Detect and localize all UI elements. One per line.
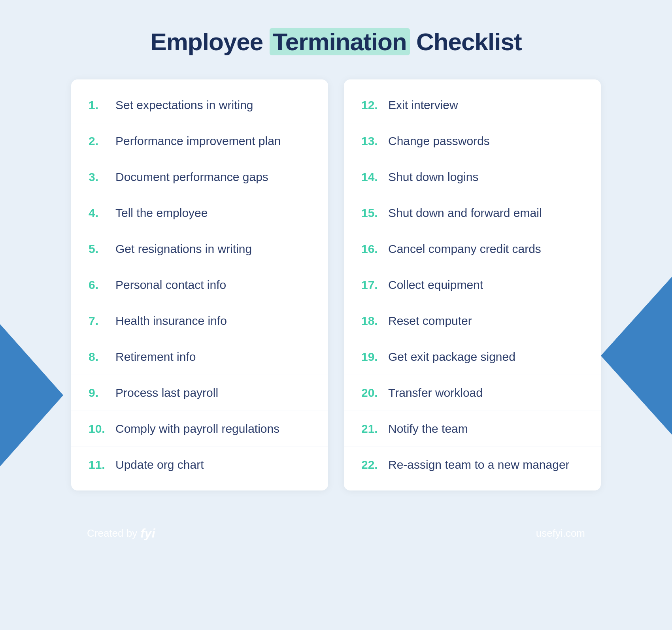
- footer-website: usefyi.com: [536, 527, 585, 539]
- item-number: 18.: [361, 314, 385, 328]
- list-item: 2. Performance improvement plan: [71, 123, 328, 159]
- item-text: Performance improvement plan: [115, 134, 281, 148]
- item-text: Notify the team: [388, 422, 468, 436]
- item-number: 13.: [361, 134, 385, 148]
- item-text: Re-assign team to a new manager: [388, 458, 570, 472]
- item-number: 20.: [361, 386, 385, 400]
- item-number: 21.: [361, 422, 385, 436]
- item-text: Health insurance info: [115, 314, 227, 328]
- item-number: 9.: [89, 386, 112, 400]
- item-text: Cancel company credit cards: [388, 242, 541, 256]
- title-highlight: Termination: [270, 28, 410, 55]
- footer: Created by fyi usefyi.com: [40, 506, 632, 560]
- list-item: 16. Cancel company credit cards: [344, 231, 601, 267]
- footer-created-label: Created by: [87, 527, 137, 539]
- left-column: 1. Set expectations in writing 2. Perfor…: [71, 79, 328, 490]
- item-number: 1.: [89, 98, 112, 112]
- list-item: 14. Shut down logins: [344, 159, 601, 195]
- item-number: 6.: [89, 278, 112, 292]
- page-content: Employee Termination Checklist 1. Set ex…: [40, 0, 632, 560]
- item-text: Change passwords: [388, 134, 490, 148]
- list-item: 21. Notify the team: [344, 411, 601, 447]
- item-text: Transfer workload: [388, 386, 483, 400]
- item-text: Get resignations in writing: [115, 242, 252, 256]
- list-item: 3. Document performance gaps: [71, 159, 328, 195]
- item-number: 10.: [89, 422, 112, 436]
- item-text: Get exit package signed: [388, 350, 515, 364]
- item-text: Tell the employee: [115, 206, 208, 220]
- footer-credit: Created by fyi: [87, 526, 155, 541]
- item-number: 14.: [361, 170, 385, 184]
- item-text: Retirement info: [115, 350, 196, 364]
- list-item: 6. Personal contact info: [71, 267, 328, 303]
- title-area: Employee Termination Checklist: [150, 28, 521, 56]
- list-item: 10. Comply with payroll regulations: [71, 411, 328, 447]
- list-item: 11. Update org chart: [71, 447, 328, 483]
- columns-container: 1. Set expectations in writing 2. Perfor…: [40, 79, 632, 490]
- item-text: Personal contact info: [115, 278, 226, 292]
- item-number: 11.: [89, 458, 112, 472]
- list-item: 8. Retirement info: [71, 339, 328, 375]
- item-text: Reset computer: [388, 314, 472, 328]
- list-item: 19. Get exit package signed: [344, 339, 601, 375]
- list-item: 13. Change passwords: [344, 123, 601, 159]
- item-number: 22.: [361, 458, 385, 472]
- footer-brand: fyi: [140, 526, 155, 541]
- list-item: 12. Exit interview: [344, 87, 601, 123]
- list-item: 20. Transfer workload: [344, 375, 601, 411]
- page-title: Employee Termination Checklist: [150, 28, 521, 56]
- list-item: 17. Collect equipment: [344, 267, 601, 303]
- list-item: 18. Reset computer: [344, 303, 601, 339]
- list-item: 15. Shut down and forward email: [344, 195, 601, 231]
- item-number: 7.: [89, 314, 112, 328]
- list-item: 9. Process last payroll: [71, 375, 328, 411]
- item-number: 5.: [89, 242, 112, 256]
- item-number: 8.: [89, 350, 112, 364]
- item-text: Exit interview: [388, 98, 458, 112]
- item-text: Comply with payroll regulations: [115, 422, 279, 436]
- item-text: Document performance gaps: [115, 170, 268, 184]
- item-number: 12.: [361, 98, 385, 112]
- item-number: 16.: [361, 242, 385, 256]
- list-item: 7. Health insurance info: [71, 303, 328, 339]
- item-text: Process last payroll: [115, 386, 218, 400]
- right-column: 12. Exit interview 13. Change passwords …: [344, 79, 601, 490]
- item-text: Update org chart: [115, 458, 204, 472]
- list-item: 22. Re-assign team to a new manager: [344, 447, 601, 483]
- item-number: 2.: [89, 134, 112, 148]
- item-number: 15.: [361, 206, 385, 220]
- item-text: Shut down and forward email: [388, 206, 542, 220]
- item-text: Set expectations in writing: [115, 98, 253, 112]
- item-text: Shut down logins: [388, 170, 479, 184]
- item-number: 19.: [361, 350, 385, 364]
- item-text: Collect equipment: [388, 278, 483, 292]
- list-item: 5. Get resignations in writing: [71, 231, 328, 267]
- item-number: 17.: [361, 278, 385, 292]
- item-number: 3.: [89, 170, 112, 184]
- list-item: 4. Tell the employee: [71, 195, 328, 231]
- item-number: 4.: [89, 206, 112, 220]
- list-item: 1. Set expectations in writing: [71, 87, 328, 123]
